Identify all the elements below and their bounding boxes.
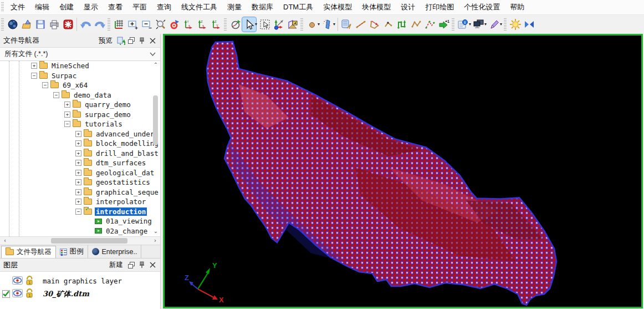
menu-survey[interactable]: 测量 xyxy=(222,2,247,12)
expand-icon[interactable]: + xyxy=(75,140,81,146)
tab-enterprise[interactable]: Enterprise.. xyxy=(88,245,142,258)
pin-icon[interactable] xyxy=(137,261,146,270)
point-marker-dropdown-icon[interactable]: ▾ xyxy=(318,22,320,27)
plane-yx-icon[interactable]: Yx xyxy=(181,17,195,32)
expand-icon[interactable]: + xyxy=(75,131,81,137)
expand-icon[interactable]: + xyxy=(75,189,81,195)
zoom-out-icon[interactable] xyxy=(140,17,154,32)
open-file-icon[interactable] xyxy=(19,17,33,32)
toolbar-grip[interactable] xyxy=(224,18,227,31)
world-icon[interactable] xyxy=(6,17,19,32)
float-panel-icon[interactable] xyxy=(127,36,136,45)
menu-design[interactable]: 设计 xyxy=(396,2,420,12)
tree-item-tutorials[interactable]: −tutorials xyxy=(0,119,160,129)
flip-view-icon[interactable] xyxy=(522,17,536,32)
close-panel-icon[interactable] xyxy=(148,261,157,270)
tree-item-drill-and-blast[interactable]: +drill_and_blast xyxy=(0,149,160,159)
unlocked-icon[interactable]: 1 xyxy=(25,276,34,287)
toolbar-grip[interactable] xyxy=(452,18,454,31)
visibility-eye-icon[interactable] xyxy=(12,289,23,299)
menu-help[interactable]: 帮助 xyxy=(505,2,529,12)
display-monitors-dropdown-icon[interactable]: ▾ xyxy=(484,22,487,27)
brightness-icon[interactable] xyxy=(508,17,522,32)
tree-item-advanced-underground[interactable]: +advanced_underg xyxy=(0,129,160,139)
display-monitors-icon[interactable] xyxy=(472,17,485,32)
tree-item-minesched[interactable]: +MineSched xyxy=(0,61,160,71)
collapse-icon[interactable]: − xyxy=(75,209,81,215)
dtm-surface-model[interactable] xyxy=(165,36,641,307)
float-panel-icon[interactable] xyxy=(127,261,136,270)
tab-legend[interactable]: 图例 xyxy=(56,245,88,258)
tree-item-graphical-sequencing[interactable]: +graphical_seque xyxy=(0,188,160,197)
toolbar-grip[interactable] xyxy=(1,18,4,31)
tree-item-01a-viewing[interactable]: 01a_viewing xyxy=(0,216,160,226)
reverse-string-icon[interactable] xyxy=(395,17,409,32)
move-axes-icon[interactable] xyxy=(272,17,285,32)
zoom-extents-icon[interactable] xyxy=(112,17,126,32)
plane-zy-icon[interactable]: ZY xyxy=(209,17,223,32)
properties-icon[interactable]: i xyxy=(456,17,470,32)
properties-dropdown-icon[interactable]: ▾ xyxy=(469,22,471,27)
clip-plane-dropdown-icon[interactable]: ▾ xyxy=(333,22,335,27)
tree-item-dtm-surfaces[interactable]: +dtm_surfaces xyxy=(0,158,160,168)
expand-icon[interactable]: + xyxy=(75,160,81,166)
edit-pencil-dropdown-icon[interactable]: ▾ xyxy=(500,22,502,27)
menu-string-tools[interactable]: 线文件工具 xyxy=(176,2,222,12)
reset-graphics-icon[interactable] xyxy=(61,17,75,32)
save-icon[interactable] xyxy=(33,17,47,32)
scroll-up-icon[interactable]: ⌃ xyxy=(152,62,160,69)
graphics-viewport[interactable]: Y X Z xyxy=(163,34,643,308)
collapse-icon[interactable]: − xyxy=(31,73,37,79)
tree-item-surpac-demo[interactable]: +surpac_demo xyxy=(0,110,160,120)
scroll-down-icon[interactable]: ⌄ xyxy=(152,229,160,235)
select-pointer-dropdown-icon[interactable]: ▾ xyxy=(255,22,257,27)
string-file-icon[interactable] xyxy=(340,17,354,32)
expand-icon[interactable]: + xyxy=(75,199,81,205)
menu-edit[interactable]: 编辑 xyxy=(30,2,54,12)
menu-plane[interactable]: 平面 xyxy=(127,2,152,12)
unlocked-icon[interactable]: 1 xyxy=(25,288,34,300)
tree-item-block-modelling[interactable]: +block_modelling xyxy=(0,139,160,149)
redo-icon[interactable] xyxy=(93,17,106,32)
menu-inquire[interactable]: 查询 xyxy=(152,2,176,12)
new-layer-button[interactable]: 新建 xyxy=(107,260,125,270)
menu-plotting[interactable]: 打印绘图 xyxy=(420,2,459,12)
tree-item-interpolator[interactable]: +interpolator xyxy=(0,197,160,207)
select-pointer-icon[interactable] xyxy=(242,17,256,32)
pin-icon[interactable] xyxy=(137,36,146,45)
edit-pencil-icon[interactable] xyxy=(487,17,501,32)
tree-item-geostatistics[interactable]: +geostatistics xyxy=(0,178,160,188)
section-view-icon[interactable] xyxy=(285,17,299,32)
layer-row-main-graphics[interactable]: 1 main graphics layer xyxy=(0,275,160,287)
tab-file-navigator[interactable]: 文件导航器 xyxy=(1,246,56,258)
plane-zx-icon[interactable]: Zx xyxy=(195,17,209,32)
active-layer-checkbox[interactable] xyxy=(2,290,10,298)
expand-icon[interactable]: + xyxy=(64,112,70,118)
box-select-icon[interactable] xyxy=(258,17,272,32)
menu-customise[interactable]: 个性化设置 xyxy=(459,2,505,12)
tree-horizontal-scrollbar[interactable]: ‹ › xyxy=(0,236,160,245)
expand-icon[interactable]: + xyxy=(64,102,70,108)
toolbar-grip[interactable] xyxy=(1,2,4,12)
scrollbar-thumb[interactable] xyxy=(153,95,158,145)
file-filter-select[interactable]: 所有文件 (.*.*) xyxy=(0,48,160,61)
menu-display[interactable]: 显示 xyxy=(79,2,103,12)
tree-item-introduction[interactable]: −introduction xyxy=(0,207,160,217)
tree-vertical-scrollbar[interactable]: ⌃ ⌄ xyxy=(152,62,160,235)
collapse-icon[interactable]: − xyxy=(53,92,59,98)
rotate-view-icon[interactable] xyxy=(228,17,242,32)
expand-icon[interactable]: + xyxy=(31,63,37,69)
toolbar-grip[interactable] xyxy=(300,18,303,31)
tree-item-quarry-demo[interactable]: +quarry_demo xyxy=(0,100,160,110)
expand-icon[interactable]: + xyxy=(75,179,81,185)
view-direction-icon[interactable] xyxy=(167,17,181,32)
expand-icon[interactable]: + xyxy=(75,150,81,156)
menu-database[interactable]: 数据库 xyxy=(247,2,278,12)
zoom-in-icon[interactable] xyxy=(126,17,140,32)
menu-view[interactable]: 查看 xyxy=(103,2,127,12)
menu-solid-model[interactable]: 实体模型 xyxy=(318,2,357,12)
visibility-eye-icon[interactable] xyxy=(12,276,23,286)
preview-button[interactable]: 预览 xyxy=(96,36,115,46)
tree-item-02a-change[interactable]: 02a_change xyxy=(0,226,160,236)
tree-item-geological-database[interactable]: +geological_dat xyxy=(0,168,160,178)
